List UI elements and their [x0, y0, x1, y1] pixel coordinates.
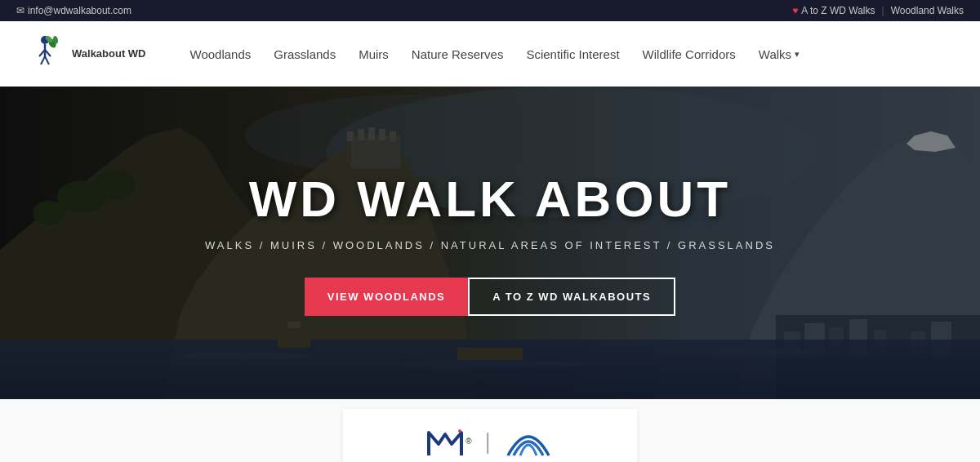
m-logo-svg — [427, 426, 463, 457]
nav-nature-reserves[interactable]: Nature Reserves — [400, 47, 515, 61]
az-walks-link[interactable]: A to Z WD Walks — [801, 5, 875, 16]
woodland-walks-link[interactable]: Woodland Walks — [891, 5, 964, 16]
hero-title: WD WALK ABOUT — [249, 170, 731, 228]
top-right-links: ♥ A to Z WD Walks | Woodland Walks — [792, 5, 964, 16]
email-address: info@wdwalkabout.com — [28, 5, 131, 16]
bottom-section: ® | — [0, 399, 980, 462]
heart-icon: ♥ — [792, 5, 798, 16]
logo-link[interactable]: Walkabout WD — [24, 33, 146, 74]
walks-dropdown[interactable]: Walks ▾ — [747, 47, 811, 61]
top-bar: ✉ info@wdwalkabout.com ♥ A to Z WD Walks… — [0, 0, 980, 21]
nav-woodlands[interactable]: Woodlands — [179, 47, 263, 61]
chevron-down-icon: ▾ — [795, 49, 800, 60]
m-logo: ® — [427, 426, 471, 457]
bottom-card: ® | — [343, 409, 637, 463]
nav-scientific-interest[interactable]: Scientific Interest — [514, 47, 630, 61]
navbar: Walkabout WD Woodlands Grasslands Muirs … — [0, 21, 980, 87]
nav-muirs[interactable]: Muirs — [347, 47, 400, 61]
arc-logo-svg — [504, 426, 553, 457]
top-divider: | — [882, 5, 884, 16]
svg-point-42 — [458, 429, 461, 433]
bottom-section-divider: | — [485, 429, 491, 455]
svg-line-4 — [41, 56, 45, 64]
az-walkabouts-button[interactable]: A TO Z WD WALKABOUTS — [468, 278, 675, 316]
nav-grasslands[interactable]: Grasslands — [262, 47, 347, 61]
logo-text: Walkabout WD — [72, 47, 146, 61]
svg-line-5 — [45, 56, 49, 64]
hero-subtitle: WALKS / MUIRS / WOODLANDS / NATURAL AREA… — [205, 239, 775, 251]
email-icon: ✉ — [16, 5, 24, 16]
view-woodlands-button[interactable]: VIEW WOODLANDS — [305, 278, 469, 316]
hero-content: WD WALK ABOUT WALKS / MUIRS / WOODLANDS … — [0, 87, 980, 399]
logo-icon — [24, 33, 65, 74]
registered-mark: ® — [466, 437, 471, 446]
email-link[interactable]: ✉ info@wdwalkabout.com — [16, 5, 131, 16]
main-nav: Woodlands Grasslands Muirs Nature Reserv… — [179, 47, 812, 61]
hero-buttons: VIEW WOODLANDS A TO Z WD WALKABOUTS — [305, 278, 675, 316]
hero-section: WD WALK ABOUT WALKS / MUIRS / WOODLANDS … — [0, 87, 980, 399]
nav-wildlife-corridors[interactable]: Wildlife Corridors — [631, 47, 747, 61]
arc-logo — [504, 426, 553, 457]
